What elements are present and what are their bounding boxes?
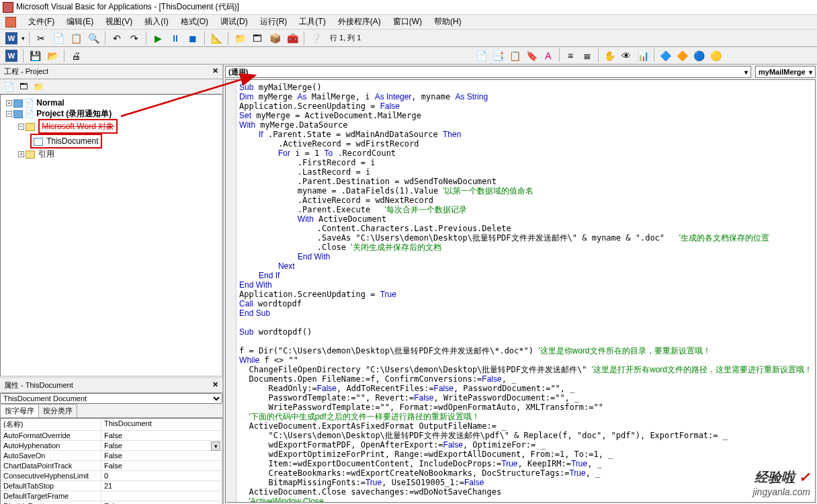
tb-icon-13[interactable]: 🔵 (691, 48, 706, 63)
toolbar-main: W ▾ ✂ 📄 📋 🔍 ↶ ↷ ▶ ⏸ ◼ 📐 📁 🗔 📦 🧰 ❔ 行 1, 列… (0, 30, 817, 47)
tb-icon-12[interactable]: 🔶 (675, 48, 689, 63)
menu-help[interactable]: 帮助(H) (431, 15, 464, 29)
project-panel-title: 工程 - Project ✕ (0, 65, 222, 79)
app-small-icon (5, 17, 16, 28)
tree-thisdocument[interactable]: ThisDocument (3, 134, 219, 149)
code-content[interactable]: Sub myMailMerge() Dim myMerge As MailMer… (239, 83, 812, 503)
close-icon[interactable]: ✕ (212, 67, 218, 77)
undo-icon[interactable]: ↶ (110, 31, 124, 46)
property-row[interactable]: AutoHyphenationFalse▾ (1, 441, 222, 451)
property-row[interactable]: DisableFeaturesFalse (1, 501, 222, 504)
tab-categorized[interactable]: 按分类序 (38, 404, 77, 417)
save-icon[interactable]: 💾 (28, 48, 42, 63)
help-icon[interactable]: ❔ (308, 31, 323, 46)
pause-icon[interactable]: ⏸ (168, 31, 183, 46)
titlebar: Microsoft Visual Basic for Applications … (0, 0, 817, 15)
view-object-icon[interactable]: 🗔 (17, 81, 30, 93)
properties-label: 属性 - ThisDocument (4, 380, 73, 390)
property-row[interactable]: AutoFormatOverrideFalse (1, 431, 222, 441)
properties-title: 属性 - ThisDocument ✕ (0, 378, 222, 393)
copy-icon[interactable]: 📄 (51, 31, 66, 46)
menu-debug[interactable]: 调试(D) (218, 15, 251, 29)
window-title: Microsoft Visual Basic for Applications … (16, 1, 239, 13)
open-icon[interactable]: 📂 (45, 48, 60, 63)
object-combobox[interactable]: ThisDocument Document (0, 393, 222, 404)
print-icon[interactable]: 🖨 (69, 48, 83, 63)
tb-icon-1[interactable]: 📄 (474, 48, 488, 63)
menu-file[interactable]: 文件(F) (26, 15, 57, 29)
find-icon[interactable]: 🔍 (86, 31, 101, 46)
property-row[interactable]: ConsecutiveHyphensLimit0 (1, 471, 222, 481)
cursor-position: 行 1, 列 1 (326, 33, 365, 43)
procedure-dropdown[interactable]: myMailMerge▾ (755, 66, 816, 78)
project-explorer-icon[interactable]: 📁 (232, 31, 247, 46)
stop-icon[interactable]: ◼ (185, 31, 200, 46)
tb-icon-5[interactable]: A (541, 48, 556, 63)
menu-insert[interactable]: 插入(I) (142, 15, 171, 29)
code-editor[interactable]: Sub myMailMerge() Dim myMerge As MailMer… (225, 79, 816, 503)
word-icon[interactable]: W (4, 48, 19, 63)
object-browser-icon[interactable]: 📦 (267, 31, 282, 46)
project-tree[interactable]: +📄 Normal −📄 Project (录用通知单) − Microsoft… (0, 94, 222, 376)
tb-icon-7[interactable]: ≣ (580, 48, 595, 63)
tb-icon-2[interactable]: 📑 (490, 48, 505, 63)
menu-view[interactable]: 视图(V) (103, 15, 135, 29)
app-icon (3, 2, 13, 13)
view-code-icon[interactable]: 📄 (3, 81, 15, 93)
tree-msword-obj[interactable]: − Microsoft Word 对象 (3, 119, 219, 134)
tb-icon-4[interactable]: 🔖 (524, 48, 539, 63)
property-row[interactable]: (名称)ThisDocument (1, 419, 222, 431)
property-row[interactable]: DefaultTargetFrame (1, 491, 222, 501)
menu-format[interactable]: 格式(O) (178, 15, 211, 29)
code-gutter (226, 80, 236, 502)
property-row[interactable]: AutoSaveOnFalse (1, 451, 222, 461)
cut-icon[interactable]: ✂ (34, 31, 48, 46)
properties-grid[interactable]: (名称)ThisDocumentAutoFormatOverrideFalseA… (0, 418, 222, 504)
toolbar-doc: W 💾 📂 🖨 📄 📑 📋 🔖 A ≡ ≣ ✋ 👁 📊 🔷 🔶 🔵 🟡 (0, 47, 817, 65)
design-icon[interactable]: 📐 (209, 31, 224, 46)
tb-icon-14[interactable]: 🟡 (708, 48, 723, 63)
project-panel-label: 工程 - Project (4, 67, 48, 77)
menu-edit[interactable]: 编辑(E) (64, 15, 96, 29)
toolbox-icon[interactable]: 🧰 (285, 31, 300, 46)
properties-panel: 属性 - ThisDocument ✕ ThisDocument Documen… (0, 376, 222, 504)
property-row[interactable]: DefaultTabStop21 (1, 481, 222, 491)
tb-icon-3[interactable]: 📋 (507, 48, 522, 63)
run-icon[interactable]: ▶ (150, 31, 165, 46)
tb-icon-9[interactable]: 👁 (619, 48, 634, 63)
menubar: 文件(F) 编辑(E) 视图(V) 插入(I) 格式(O) 调试(D) 运行(R… (0, 15, 817, 30)
object-dropdown[interactable]: (通用)▾ (225, 66, 751, 78)
tb-icon-8[interactable]: ✋ (602, 48, 617, 63)
tb-icon-10[interactable]: 📊 (636, 48, 650, 63)
menu-window[interactable]: 窗口(W) (390, 15, 425, 29)
property-row[interactable]: ChartDataPointTrackFalse (1, 461, 222, 471)
tb-icon-6[interactable]: ≡ (563, 48, 578, 63)
tab-alphabetical[interactable]: 按字母序 (0, 404, 39, 417)
menu-addins[interactable]: 外接程序(A) (335, 15, 384, 29)
redo-icon[interactable]: ↷ (127, 31, 142, 46)
tree-normal[interactable]: +📄 Normal (3, 97, 219, 108)
tree-ref[interactable]: + 引用 (3, 149, 219, 159)
menu-run[interactable]: 运行(R) (257, 15, 290, 29)
properties-icon[interactable]: 🗔 (250, 31, 265, 46)
project-toolbar: 📄 🗔 📁 (0, 79, 222, 94)
tree-project[interactable]: −📄 Project (录用通知单) (3, 108, 219, 119)
close-icon[interactable]: ✕ (212, 380, 218, 390)
word-view-icon[interactable]: W (4, 31, 19, 46)
menu-tools[interactable]: 工具(T) (296, 15, 328, 29)
paste-icon[interactable]: 📋 (69, 31, 83, 46)
tb-icon-11[interactable]: 🔷 (658, 48, 673, 63)
folder-icon[interactable]: 📁 (32, 81, 44, 93)
